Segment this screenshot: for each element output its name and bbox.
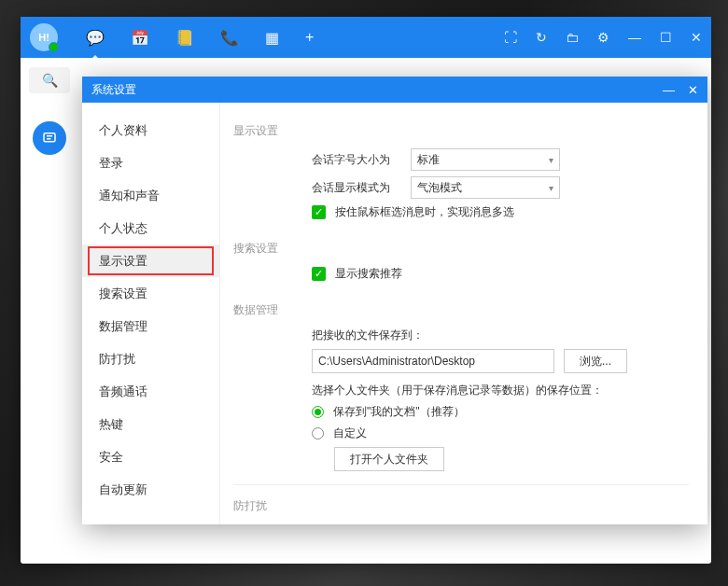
- search-input[interactable]: 🔍: [29, 67, 70, 93]
- nav-item-0[interactable]: 个人资料: [82, 114, 219, 146]
- gear-icon[interactable]: ⚙: [597, 30, 609, 45]
- calendar-icon[interactable]: 📅: [131, 29, 149, 47]
- chevron-down-icon: ▾: [549, 183, 553, 193]
- save-path-value: C:\Users\Administrator\Desktop: [318, 355, 475, 368]
- section-display-label: 显示设置: [233, 123, 689, 139]
- nav-item-5[interactable]: 搜索设置: [82, 277, 219, 310]
- plus-icon[interactable]: +: [305, 29, 314, 47]
- notes-icon[interactable]: 📒: [175, 29, 194, 47]
- apps-icon[interactable]: ▦: [265, 29, 279, 47]
- chevron-down-icon: ▾: [549, 155, 553, 165]
- avatar[interactable]: H!: [30, 23, 58, 51]
- nav-item-6[interactable]: 数据管理: [82, 310, 219, 342]
- nav-item-2[interactable]: 通知和声音: [82, 179, 219, 212]
- dialog-title: 系统设置: [91, 82, 136, 98]
- nav-item-8[interactable]: 音频通话: [82, 375, 219, 408]
- nav-item-4[interactable]: 显示设置: [82, 244, 219, 277]
- font-size-select[interactable]: 标准 ▾: [411, 148, 560, 171]
- titlebar-right-icons: ⛶ ↻ 🗀 ⚙ — ☐ ✕: [504, 30, 702, 45]
- folder-icon[interactable]: 🗀: [566, 30, 579, 45]
- radio-save-docs-label: 保存到"我的文档"（推荐）: [333, 404, 465, 420]
- radio-save-custom[interactable]: [312, 427, 324, 440]
- settings-nav: 个人资料登录通知和声音个人状态显示设置搜索设置数据管理防打扰音频通话热键安全自动…: [82, 103, 220, 524]
- left-column: 🔍: [21, 58, 78, 564]
- settings-dialog: 系统设置 — ✕ 个人资料登录通知和声音个人状态显示设置搜索设置数据管理防打扰音…: [82, 77, 707, 524]
- nav-item-9[interactable]: 热键: [82, 408, 219, 440]
- titlebar-left-icons: 💬 📅 📒 📞 ▦ +: [86, 29, 314, 47]
- capture-icon[interactable]: ⛶: [504, 30, 517, 45]
- open-folder-button-label: 打开个人文件夹: [350, 452, 428, 467]
- svg-rect-0: [44, 133, 55, 142]
- save-path-row: C:\Users\Administrator\Desktop 浏览...: [312, 349, 689, 373]
- chat-icon[interactable]: 💬: [86, 29, 105, 47]
- dialog-close-icon[interactable]: ✕: [688, 83, 698, 97]
- browse-button-label: 浏览...: [580, 354, 611, 370]
- save-path-input[interactable]: C:\Users\Administrator\Desktop: [312, 349, 554, 373]
- divider: [233, 484, 689, 485]
- radio-save-custom-label: 自定义: [333, 426, 367, 441]
- open-folder-row: 打开个人文件夹: [334, 447, 689, 471]
- font-size-value: 标准: [417, 152, 440, 168]
- history-icon[interactable]: ↻: [536, 30, 547, 45]
- radio-docs-row: 保存到"我的文档"（推荐）: [312, 404, 689, 420]
- dialog-body: 个人资料登录通知和声音个人状态显示设置搜索设置数据管理防打扰音频通话热键安全自动…: [82, 103, 707, 524]
- phone-icon[interactable]: 📞: [220, 29, 239, 47]
- nav-item-7[interactable]: 防打扰: [82, 342, 219, 375]
- dialog-titlebar: 系统设置 — ✕: [82, 77, 707, 103]
- font-size-label: 会话字号大小为: [312, 152, 401, 168]
- section-dnd-label: 防打扰: [233, 498, 689, 514]
- font-size-row: 会话字号大小为 标准 ▾: [312, 148, 689, 171]
- display-mode-value: 气泡模式: [417, 180, 462, 196]
- open-folder-button[interactable]: 打开个人文件夹: [334, 447, 444, 471]
- multiselect-row: ✓ 按住鼠标框选消息时，实现消息多选: [312, 204, 689, 220]
- titlebar: H! 💬 📅 📒 📞 ▦ + ⛶ ↻ 🗀 ⚙ — ☐ ✕: [21, 17, 711, 58]
- dialog-minimize-icon[interactable]: —: [663, 83, 675, 97]
- folder-hint: 选择个人文件夹（用于保存消息记录等数据）的保存位置：: [312, 383, 689, 398]
- close-icon[interactable]: ✕: [691, 30, 702, 45]
- minimize-icon[interactable]: —: [628, 30, 641, 45]
- nav-item-3[interactable]: 个人状态: [82, 212, 219, 244]
- nav-item-11[interactable]: 自动更新: [82, 473, 219, 506]
- avatar-label: H!: [38, 32, 49, 43]
- multiselect-label: 按住鼠标框选消息时，实现消息多选: [335, 204, 514, 220]
- radio-custom-row: 自定义: [312, 426, 689, 441]
- search-recommend-checkbox[interactable]: ✓: [312, 267, 326, 281]
- multiselect-checkbox[interactable]: ✓: [312, 205, 326, 219]
- display-mode-select[interactable]: 气泡模式 ▾: [411, 176, 560, 199]
- chat-list-badge[interactable]: [33, 121, 66, 155]
- nav-item-1[interactable]: 登录: [82, 146, 219, 179]
- maximize-icon[interactable]: ☐: [660, 30, 672, 45]
- browse-button[interactable]: 浏览...: [564, 349, 627, 373]
- section-search-label: 搜索设置: [233, 241, 689, 257]
- settings-content: 显示设置 会话字号大小为 标准 ▾ 会话显示模式为 气泡模式 ▾ ✓ 按住鼠标框…: [220, 103, 707, 524]
- display-mode-row: 会话显示模式为 气泡模式 ▾: [312, 176, 689, 199]
- radio-save-docs[interactable]: [312, 406, 324, 418]
- section-data-label: 数据管理: [233, 302, 689, 318]
- search-recommend-row: ✓ 显示搜索推荐: [312, 266, 689, 282]
- save-to-label: 把接收的文件保存到：: [312, 328, 689, 343]
- nav-item-10[interactable]: 安全: [82, 440, 219, 473]
- search-recommend-label: 显示搜索推荐: [335, 266, 402, 282]
- display-mode-label: 会话显示模式为: [312, 180, 401, 196]
